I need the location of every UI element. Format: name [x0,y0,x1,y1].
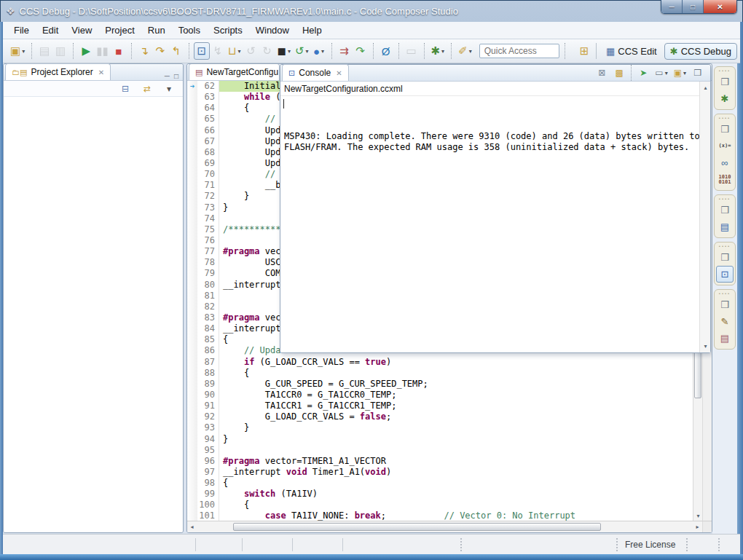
line-number[interactable]: 100 [197,500,219,510]
code-line[interactable]: 101 case TA1IV_NONE: break; // Vector 0:… [187,510,693,521]
scroll-right-button[interactable]: ▸ [693,522,702,532]
code-line[interactable]: 92 G_LOAD_CCR_VALS = false; [187,411,693,422]
save-all-button[interactable]: ▥ [52,42,68,60]
annotation-ruler[interactable] [187,510,197,521]
line-number[interactable]: 63 [197,92,219,103]
console-vertical-scrollbar[interactable]: ▴ ▾ [699,82,710,352]
annotation-ruler[interactable] [187,213,197,224]
resume-button[interactable]: ▶ [78,42,94,60]
open-console-button[interactable]: ▣▾ [672,66,688,80]
menu-window[interactable]: Window [249,23,296,38]
code-text[interactable]: } [219,422,693,433]
display-selected-console-button[interactable]: ▭▾ [653,66,669,80]
line-number[interactable]: 90 [197,390,219,401]
restore-view-icon[interactable]: ❒ [716,121,734,138]
code-text[interactable]: { [219,368,693,379]
code-text[interactable]: case TA1IV_NONE: break; // Vector 0: No … [219,510,693,521]
status-drag-handle[interactable] [616,538,618,551]
line-number[interactable]: 62 [197,81,219,92]
code-text[interactable]: { [219,500,693,510]
restore-console-button[interactable]: ❒ [690,66,706,80]
code-line[interactable]: 88 { [187,368,693,379]
terminate-button[interactable]: ■ [111,42,127,60]
line-number[interactable]: 82 [197,301,219,312]
code-text[interactable]: G_LOAD_CCR_VALS = false; [219,411,693,422]
line-number[interactable]: 76 [197,235,219,246]
line-number[interactable]: 98 [197,478,219,489]
restore-view-icon[interactable]: ❒ [716,74,734,90]
maximize-view-button[interactable]: □ [174,72,178,80]
new-button[interactable]: ▣▾ [8,42,27,60]
menu-file[interactable]: File [7,23,36,38]
annotation-ruler[interactable] [187,268,197,279]
suspend-button[interactable]: ▮▮ [94,42,111,60]
annotation-ruler[interactable] [187,334,197,345]
collapse-all-button[interactable]: ⊟ [117,80,133,98]
annotation-ruler[interactable] [187,500,197,510]
annotation-ruler[interactable] [187,280,197,291]
annotation-ruler[interactable] [187,246,197,257]
annotation-ruler[interactable] [187,125,197,136]
dropdown-arrow-icon[interactable]: ▾ [237,48,240,55]
halt-search-button[interactable]: Ø [378,42,394,60]
scroll-thumb[interactable] [233,523,601,531]
restore-view-icon[interactable]: ❒ [716,202,734,218]
minimize-window-button[interactable]: ─ [661,0,683,14]
code-line[interactable]: 87 if (G_LOAD_CCR_VALS == true) [187,357,693,368]
line-number[interactable]: 89 [197,379,219,390]
annotation-ruler[interactable] [187,456,197,467]
dropdown-arrow-icon[interactable]: ▾ [321,48,324,55]
annotation-ruler[interactable] [187,257,197,268]
disassembly-view-icon[interactable]: ▤ [716,218,734,235]
step-over-button[interactable]: ↷ [152,42,168,60]
code-text[interactable]: } [219,434,693,445]
annotation-ruler[interactable] [187,401,197,411]
line-number[interactable]: 84 [197,323,219,334]
code-text[interactable] [219,445,693,456]
annotation-ruler[interactable] [187,191,197,202]
drag-handle[interactable]: •••• [719,244,731,248]
line-number[interactable]: 95 [197,445,219,456]
annotation-ruler[interactable] [187,434,197,445]
line-number[interactable]: 83 [197,312,219,323]
code-line[interactable]: 98{ [187,478,693,489]
ccs-edit-perspective-button[interactable]: ▦CCS Edit [600,43,663,60]
tab-project-explorer[interactable]: 🗀▤ Project Explorer ✕ [5,63,111,80]
reset-cpu-button[interactable]: ↺▾ [293,42,311,60]
scripting-console-view-icon[interactable]: ✎ [716,313,734,330]
step-return-button[interactable]: ↰ [168,42,184,60]
connect-target-button[interactable]: ⊡ [194,42,210,60]
close-icon[interactable]: ✕ [336,69,342,77]
annotate-button[interactable]: ✐▾ [456,42,474,60]
code-line[interactable]: 99 switch (TA1IV) [187,489,693,500]
scroll-thumb[interactable] [694,352,701,398]
line-number[interactable]: 85 [197,334,219,345]
code-text[interactable]: #pragma vector=TIMER1_A1_VECTOR [219,456,693,467]
code-text[interactable]: TA1CCR0 = G_TA1CCR0_TEMP; [219,390,693,401]
annotation-ruler[interactable] [187,390,197,401]
line-number[interactable]: 87 [197,357,219,368]
code-line[interactable]: 93 } [187,422,693,433]
maximize-window-button[interactable]: □ [683,0,704,14]
line-number[interactable]: 99 [197,489,219,500]
annotation-ruler[interactable] [187,467,197,478]
dropdown-arrow-icon[interactable]: ▾ [306,48,309,55]
line-number[interactable]: 67 [197,136,219,147]
annotation-ruler[interactable] [187,422,197,433]
menu-help[interactable]: Help [296,23,329,38]
line-number[interactable]: 72 [197,191,219,202]
drag-handle[interactable]: •••• [719,197,731,201]
profile-setup-clock-button[interactable]: ↻ [259,42,275,60]
line-number[interactable]: 79 [197,268,219,279]
line-number[interactable]: 94 [197,434,219,445]
expressions-view-icon[interactable]: ∞ [716,154,734,171]
refresh-button[interactable]: ↷ [353,42,369,60]
menu-scripts[interactable]: Scripts [207,23,249,38]
annotation-ruler[interactable] [187,368,197,379]
annotation-ruler[interactable] [187,489,197,500]
quick-access-input[interactable] [479,44,559,58]
line-number[interactable]: 97 [197,467,219,478]
line-number[interactable]: 70 [197,169,219,180]
menu-edit[interactable]: Edit [36,23,65,38]
annotation-ruler[interactable] [187,92,197,103]
